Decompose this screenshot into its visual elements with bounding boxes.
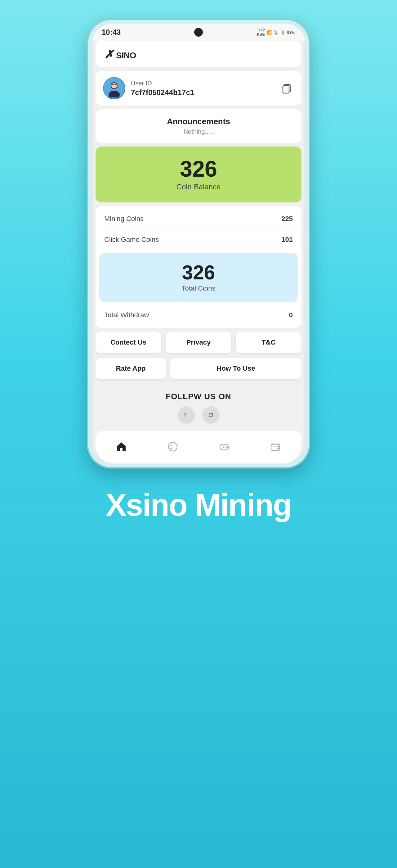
logo-svg: ✗ SINO: [104, 47, 160, 61]
stats-section: Mining Coins 225 Click Game Coins 101 32…: [96, 206, 301, 328]
total-coins-card: 326 Total Coins: [99, 253, 298, 302]
network-speed: 0.22KB/s: [257, 28, 265, 37]
announcements-card: Announcements Nothing.....: [96, 109, 301, 143]
svg-text:₿: ₿: [170, 444, 173, 450]
user-card: User ID 7cf7f050244b17c1: [96, 71, 301, 105]
total-withdraw-row: Total Withdraw 0: [96, 305, 301, 326]
coin-balance-number: 326: [103, 158, 294, 180]
button-row-1: Contect Us Privacy T&C: [96, 332, 301, 353]
total-coins-label: Total Coins: [107, 284, 290, 292]
battery-icon: 🔋: [280, 30, 285, 35]
wallet-icon: [268, 439, 284, 455]
mining-coins-label: Mining Coins: [104, 215, 143, 223]
coin-balance-card: 326 Coin Balance: [96, 147, 301, 203]
tc-button[interactable]: T&C: [236, 332, 301, 353]
wifi-icon: 📶: [267, 30, 272, 35]
nav-game[interactable]: [209, 436, 240, 457]
nav-home[interactable]: [106, 436, 137, 457]
status-bar: 10:43 0.22KB/s 📶 📡 🔋 98%: [92, 24, 305, 41]
phone-screen: 10:43 0.22KB/s 📶 📡 🔋 98% ✗ SINO: [92, 24, 305, 464]
brand-title: Xsino Mining: [106, 487, 291, 523]
total-withdraw-label: Total Withdraw: [104, 311, 149, 319]
status-time: 10:43: [102, 28, 121, 37]
mining-coins-value: 225: [281, 215, 293, 223]
buttons-section: Contect Us Privacy T&C Rate App How To U…: [96, 332, 301, 379]
mining-coins-row: Mining Coins 225: [96, 209, 301, 229]
svg-rect-21: [277, 447, 279, 448]
svg-text:✗: ✗: [104, 48, 115, 61]
contact-us-button[interactable]: Contect Us: [96, 332, 161, 353]
privacy-button[interactable]: Privacy: [166, 332, 231, 353]
nav-wallet[interactable]: [260, 436, 291, 457]
avatar-svg: [105, 79, 124, 97]
copy-button[interactable]: [279, 81, 294, 96]
signal-icon: 📡: [273, 30, 278, 35]
how-to-use-button[interactable]: How To Use: [170, 358, 301, 379]
click-game-coins-row: Click Game Coins 101: [96, 229, 301, 250]
svg-text:SINO: SINO: [116, 51, 136, 60]
user-info: User ID 7cf7f050244b17c1: [131, 80, 194, 97]
total-coins-number: 326: [107, 262, 290, 282]
announcements-text: Nothing.....: [103, 128, 294, 135]
phone-frame: 10:43 0.22KB/s 📶 📡 🔋 98% ✗ SINO: [87, 19, 310, 468]
user-id-label: User ID: [131, 80, 194, 87]
rate-app-button[interactable]: Rate App: [96, 358, 166, 379]
home-icon: [113, 439, 129, 455]
social-icon-2[interactable]: [202, 406, 220, 424]
copy-icon-svg: [281, 83, 292, 94]
svg-point-19: [226, 447, 228, 448]
nav-mining[interactable]: ₿: [157, 436, 188, 457]
follow-title: FOLLPW US ON: [103, 392, 294, 401]
user-left: User ID 7cf7f050244b17c1: [103, 77, 194, 99]
app-logo: ✗ SINO: [104, 47, 293, 61]
battery-percent: 98%: [287, 30, 295, 35]
coin-balance-label: Coin Balance: [103, 183, 294, 191]
click-game-coins-label: Click Game Coins: [104, 236, 159, 244]
camera-notch: [194, 28, 203, 37]
click-game-coins-value: 101: [281, 236, 293, 244]
avatar: [103, 77, 125, 99]
svg-rect-7: [283, 86, 289, 93]
follow-section: FOLLPW US ON f: [96, 383, 301, 429]
user-id-value: 7cf7f050244b17c1: [131, 88, 194, 97]
announcements-title: Announcements: [103, 117, 294, 126]
svg-point-18: [225, 446, 226, 447]
svg-point-5: [111, 83, 117, 89]
svg-rect-8: [182, 411, 191, 420]
follow-icons: f: [103, 406, 294, 424]
svg-point-13: [168, 442, 177, 451]
game-icon: [216, 439, 232, 455]
facebook-icon[interactable]: f: [177, 406, 195, 424]
bottom-nav: ₿: [96, 431, 301, 464]
logo-bar: ✗ SINO: [96, 41, 301, 67]
svg-rect-20: [271, 444, 280, 451]
svg-point-12: [212, 413, 213, 414]
mining-icon: ₿: [165, 439, 181, 455]
avatar-image: [104, 78, 125, 99]
status-icons: 0.22KB/s 📶 📡 🔋 98%: [257, 28, 295, 37]
total-withdraw-value: 0: [289, 311, 293, 319]
svg-rect-10: [206, 411, 215, 420]
button-row-2: Rate App How To Use: [96, 358, 301, 379]
